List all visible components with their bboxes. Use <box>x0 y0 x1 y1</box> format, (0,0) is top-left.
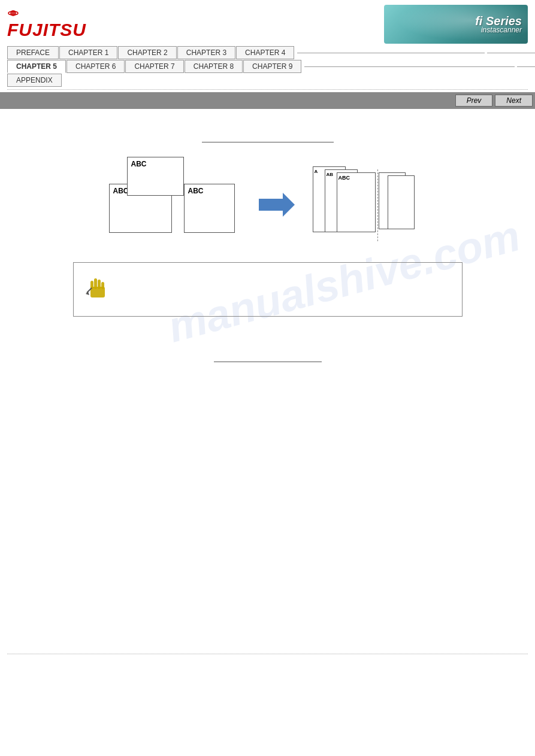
nav-line-right1 <box>297 53 485 53</box>
tab-chapter5[interactable]: CHAPTER 5 <box>7 60 66 73</box>
page-header: FUJITSU fi Series instascanner <box>0 0 535 46</box>
title-underline <box>202 133 334 142</box>
nav-row-1: PREFACE CHAPTER 1 CHAPTER 2 CHAPTER 3 CH… <box>7 46 535 59</box>
tab-chapter9[interactable]: CHAPTER 9 <box>243 60 301 73</box>
tab-chapter6[interactable]: CHAPTER 6 <box>67 60 125 73</box>
main-content: manualshive.com ABC ABC ABC <box>0 109 535 648</box>
tab-preface[interactable]: PREFACE <box>7 46 59 59</box>
nav-row-2: CHAPTER 5 CHAPTER 6 CHAPTER 7 CHAPTER 8 … <box>7 60 535 73</box>
doc-right: ABC <box>184 184 235 233</box>
section-title-area <box>24 133 511 142</box>
tip-hand-icon <box>83 272 113 302</box>
svg-marker-2 <box>259 193 295 217</box>
tab-appendix[interactable]: APPENDIX <box>7 74 62 87</box>
input-doc-group: ABC ABC ABC <box>109 178 235 233</box>
arrow-right-icon <box>259 193 295 217</box>
logo-text: FUJITSU <box>7 21 86 39</box>
doc-upper: ABC <box>127 157 184 196</box>
bottom-underline <box>214 353 322 362</box>
nav-line-extra2 <box>517 66 535 67</box>
fi-series-banner: fi Series instascanner <box>384 5 528 44</box>
next-button[interactable]: Next <box>495 95 533 107</box>
tab-chapter8[interactable]: CHAPTER 8 <box>185 60 243 73</box>
doc-stack-left: ABC ABC <box>109 178 172 233</box>
hint-content <box>122 272 124 284</box>
tab-chapter7[interactable]: CHAPTER 7 <box>125 60 183 73</box>
bottom-text-area <box>24 353 511 362</box>
svg-rect-6 <box>98 280 101 289</box>
toolbar: Prev Next <box>0 92 535 109</box>
arrow-area <box>259 193 295 218</box>
content-block: ABC ABC ABC A AB ABC <box>24 133 511 362</box>
tab-chapter4[interactable]: CHAPTER 4 <box>236 46 294 59</box>
nav-bar: PREFACE CHAPTER 1 CHAPTER 2 CHAPTER 3 CH… <box>0 46 535 87</box>
scanner-text: instascanner <box>481 26 522 34</box>
nav-line-right2 <box>304 66 515 67</box>
hint-box <box>73 262 463 317</box>
prev-button[interactable]: Prev <box>455 95 493 107</box>
nav-line-extra1 <box>487 53 535 53</box>
dotted-separator-bottom <box>7 654 528 654</box>
result-doc-group: A AB ABC <box>313 166 427 244</box>
dashed-line <box>377 169 378 241</box>
nav-row-3: APPENDIX <box>7 74 535 87</box>
tab-chapter2[interactable]: CHAPTER 2 <box>118 46 176 59</box>
svg-rect-7 <box>101 282 104 289</box>
result-page-3: ABC <box>337 172 376 232</box>
fujitsu-logo: FUJITSU <box>7 10 86 39</box>
svg-rect-5 <box>94 278 97 289</box>
dotted-separator-top <box>7 89 528 90</box>
result-page-5 <box>388 175 415 229</box>
hint-icon <box>83 272 113 307</box>
tab-chapter3[interactable]: CHAPTER 3 <box>177 46 235 59</box>
fujitsu-icon <box>7 10 19 19</box>
diagram-area: ABC ABC ABC A AB ABC <box>24 166 511 244</box>
tab-chapter1[interactable]: CHAPTER 1 <box>59 46 117 59</box>
